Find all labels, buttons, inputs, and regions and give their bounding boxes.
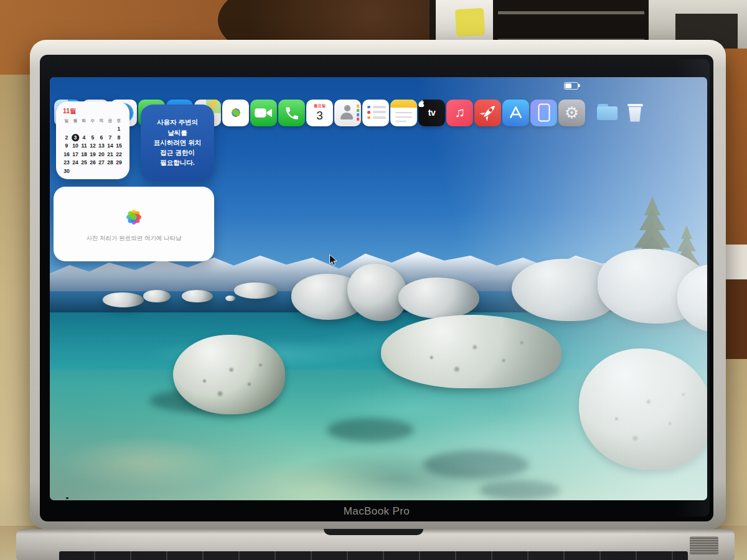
calendar-cell: 4 xyxy=(80,134,88,142)
dock-downloads-folder-icon[interactable] xyxy=(594,100,621,126)
dock-rocket-app-icon[interactable] xyxy=(474,100,501,126)
calendar-grid: 1234567891011121314151617181920212223242… xyxy=(62,125,123,175)
calendar-cell: 16 xyxy=(62,151,71,159)
dock-notes-icon[interactable] xyxy=(390,100,417,126)
photos-widget-message: 사진 처리가 완료되면 여기에 나타남 xyxy=(86,235,181,243)
calendar-weekday: 목 xyxy=(97,117,106,125)
macbook-label: MacBook Pro xyxy=(40,505,713,518)
music-note-icon: ♫ xyxy=(454,105,465,121)
calendar-cell xyxy=(88,167,97,175)
dock-settings-icon[interactable]: ⚙ xyxy=(558,100,585,126)
gear-icon: ⚙ xyxy=(565,105,579,121)
calendar-cell: 13 xyxy=(97,142,106,150)
dock-music-icon[interactable]: ♫ xyxy=(446,100,473,126)
calendar-weekdays: 일월화수목금토 xyxy=(62,117,123,125)
dock-calendar-icon[interactable]: 월요일 3 xyxy=(306,100,333,126)
facetime-camera-icon xyxy=(250,100,277,126)
reminders-row xyxy=(367,106,386,109)
phone-handset-icon xyxy=(278,100,305,126)
calendar-cell: 26 xyxy=(88,159,97,167)
calendar-weekday: 수 xyxy=(88,117,97,125)
notes-line xyxy=(395,121,406,123)
dock-apple-tv-icon[interactable]: tv xyxy=(418,100,445,126)
calendar-weekday: 월 xyxy=(71,117,80,125)
calendar-cell xyxy=(106,167,115,175)
photo-scene: Finder파일편집보기이동윈도우도움말 한 xyxy=(0,0,747,560)
underwater-shadow xyxy=(327,418,414,442)
rock xyxy=(225,296,235,301)
appliance-shelf xyxy=(498,11,644,14)
speaker-grill xyxy=(690,536,718,555)
folder-body xyxy=(597,106,618,120)
weather-message-line: 표시하려면 위치 xyxy=(154,138,201,147)
contacts-person-icon xyxy=(344,105,350,111)
calendar-icon-weekday: 월요일 xyxy=(306,103,333,109)
photos-flower-icon xyxy=(123,206,145,228)
battery-icon[interactable] xyxy=(564,82,578,90)
finder-running-indicator xyxy=(66,497,68,500)
calendar-cell xyxy=(71,125,80,133)
mouse-cursor xyxy=(329,254,338,266)
app-store-a-icon xyxy=(502,100,529,126)
calendar-cell: 7 xyxy=(106,134,115,142)
calendar-cell: 23 xyxy=(62,159,71,167)
calendar-cell xyxy=(115,167,123,175)
dock-reminders-icon[interactable] xyxy=(362,100,389,126)
contacts-person-icon xyxy=(341,113,353,119)
dock-contacts-icon[interactable] xyxy=(334,100,361,126)
calendar-cell: 9 xyxy=(62,142,71,150)
reminders-row xyxy=(367,111,386,114)
underwater-shadow xyxy=(423,450,529,479)
calendar-cell xyxy=(80,167,88,175)
battery-fill xyxy=(565,83,571,88)
calendar-cell: 22 xyxy=(115,151,123,159)
calendar-weekday: 화 xyxy=(80,117,88,125)
calendar-weekday: 일 xyxy=(62,117,71,125)
contacts-tab xyxy=(357,118,359,121)
reminders-line xyxy=(373,116,386,119)
rock xyxy=(143,290,171,302)
reminders-dot xyxy=(367,116,370,119)
dock-phone-icon[interactable] xyxy=(278,100,305,126)
rock xyxy=(234,282,278,299)
calendar-month-label: 11월 xyxy=(63,107,123,116)
calendar-widget[interactable]: 11월 일월화수목금토 1234567891011121314151617181… xyxy=(56,101,129,179)
calendar-cell: 29 xyxy=(115,159,123,167)
dock-photos-icon[interactable] xyxy=(222,100,249,126)
calendar-cell: 27 xyxy=(97,159,106,167)
dock-iphone-mirroring-icon[interactable] xyxy=(530,100,557,126)
rock-speckled xyxy=(173,335,285,414)
calendar-cell: 21 xyxy=(106,151,115,159)
desktop-screen: Finder파일편집보기이동윈도우도움말 한 xyxy=(50,77,707,500)
tv-label: tv xyxy=(428,108,435,118)
calendar-cell xyxy=(80,125,88,133)
calendar-icon-day: 3 xyxy=(306,110,333,121)
keyboard-row xyxy=(59,551,688,560)
calendar-cell: 28 xyxy=(106,159,115,167)
weather-widget[interactable]: 사용자 주변의날씨를표시하려면 위치접근 권한이필요합니다. xyxy=(141,105,214,180)
notes-header xyxy=(390,100,417,108)
contacts-tab xyxy=(357,109,359,113)
weather-message-line: 접근 권한이 xyxy=(160,147,194,157)
dock-trash-icon[interactable] xyxy=(622,100,649,126)
rock xyxy=(398,278,479,319)
calendar-cell: 8 xyxy=(115,134,123,142)
calendar-cell xyxy=(62,125,71,133)
dock-app-store-icon[interactable] xyxy=(502,100,529,126)
iphone-outline-icon xyxy=(538,104,550,122)
calendar-cell: 3 xyxy=(71,134,80,142)
photos-flower-icon xyxy=(227,103,245,122)
trash-bin xyxy=(628,107,642,122)
reminders-dot xyxy=(367,111,370,114)
weather-message-line: 필요합니다. xyxy=(160,157,194,167)
calendar-cell: 11 xyxy=(80,142,88,150)
calendar-cell: 12 xyxy=(88,142,97,150)
calendar-cell: 20 xyxy=(97,151,106,159)
weather-message-line: 사용자 주변의 xyxy=(157,117,198,127)
calendar-cell: 30 xyxy=(62,167,71,175)
photos-widget[interactable]: 사진 처리가 완료되면 여기에 나타남 xyxy=(54,187,214,261)
calendar-cell: 6 xyxy=(97,134,106,142)
dock-facetime-icon[interactable] xyxy=(250,100,277,126)
calendar-cell: 1 xyxy=(115,125,123,133)
notes-line xyxy=(395,116,412,118)
